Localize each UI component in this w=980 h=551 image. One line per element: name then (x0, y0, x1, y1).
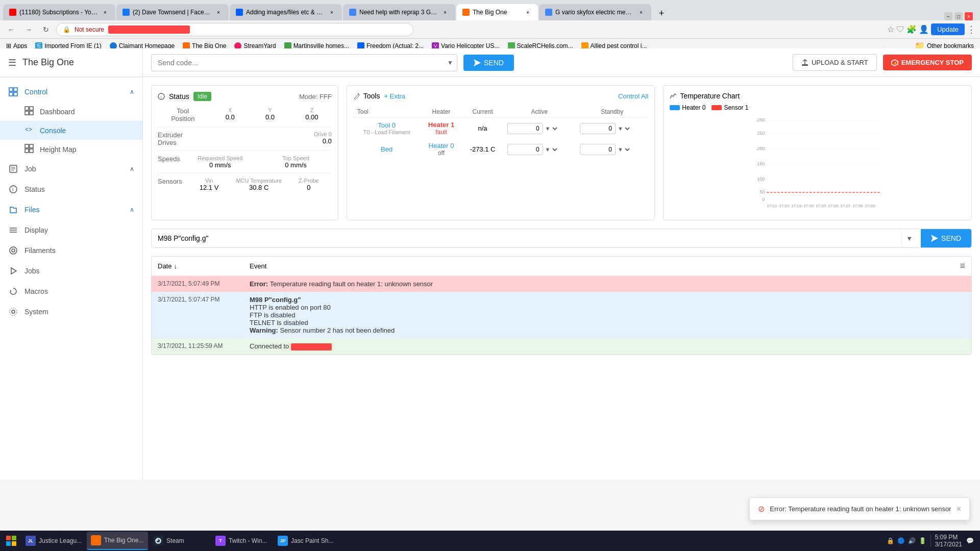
send-code-dropdown-icon[interactable]: ▼ (447, 59, 453, 66)
bed-standby-dropdown[interactable]: ▼ (616, 146, 631, 153)
sidebar-item-job[interactable]: Job ∧ (0, 159, 142, 179)
tab-favicon-reprap (349, 9, 356, 16)
hamburger-menu-icon[interactable]: ☰ (8, 57, 16, 68)
sort-arrow-icon: ↓ (174, 262, 177, 270)
bed-active-dropdown[interactable]: ▼ (543, 146, 559, 153)
taskbar-item-twitch[interactable]: T Twitch - Win... (211, 532, 273, 550)
bed-heater-status: off (425, 149, 458, 157)
sidebar-item-console[interactable]: <> Console (0, 121, 142, 140)
audio-icon[interactable]: 🔊 (908, 537, 916, 544)
svg-point-26 (12, 310, 15, 313)
send-code-input[interactable] (151, 54, 457, 71)
console-send-button[interactable]: SEND (921, 229, 971, 247)
forward-button[interactable]: → (21, 22, 36, 37)
tool0-active-dropdown[interactable]: ▼ (543, 125, 559, 132)
sidebar-item-dashboard[interactable]: Dashboard (0, 102, 142, 121)
console-dropdown-button[interactable]: ▼ (901, 230, 917, 247)
maximize-button[interactable]: □ (954, 12, 963, 20)
legend-sensor1-color (712, 105, 722, 110)
bed-active-input[interactable] (507, 144, 543, 155)
new-tab-button[interactable]: + (654, 6, 669, 20)
svg-text:280: 280 (757, 117, 765, 122)
back-button[interactable]: ← (4, 22, 18, 37)
account-icon[interactable]: 👤 (919, 24, 929, 34)
extra-link[interactable]: + Extra (384, 92, 405, 100)
tab-title-bigone: The Big One (473, 9, 521, 16)
tab-youtube[interactable]: (11180) Subscriptions - YouT... × (3, 4, 115, 20)
start-button[interactable] (2, 532, 20, 550)
justice-league-icon: JL (26, 536, 36, 546)
info-line-2: HTTP is enabled on port 80 (250, 304, 965, 311)
close-button[interactable]: × (965, 12, 973, 20)
sidebar-item-display[interactable]: Display (0, 220, 142, 240)
tab-adding[interactable]: Adding images/files etc & ma... × (230, 4, 342, 20)
upload-button[interactable]: UPLOAD & START (793, 54, 877, 71)
bed-link[interactable]: Bed (357, 145, 416, 153)
toast-close-button[interactable]: × (957, 505, 961, 514)
emergency-stop-button[interactable]: ⚡ EMERGENCY STOP (883, 55, 972, 70)
bookmark-star-icon[interactable]: ☆ (887, 24, 894, 34)
col-tool-header: Tool (353, 106, 421, 118)
sidebar-item-control[interactable]: Control ∧ (0, 82, 142, 102)
tab-close-adding[interactable]: × (328, 8, 336, 16)
tab-close-bigone[interactable]: × (524, 8, 532, 16)
temperature-chart-svg: 280 250 200 150 100 50 0 (670, 115, 965, 212)
network-icon[interactable]: 🔒 (887, 537, 894, 544)
tab-close-youtube[interactable]: × (101, 8, 109, 16)
tab-facebook[interactable]: (2) Dave Townsend | Faceboo... × (116, 4, 229, 20)
tool0-heater-link[interactable]: Heater 1 (425, 121, 458, 129)
event-row-info: 3/17/2021, 5:07:47 PM M98 P"config.g" HT… (152, 292, 971, 338)
topbar-send-button[interactable]: SEND (463, 55, 514, 71)
tab-favicon-vario (545, 9, 552, 16)
taskbar-item-bigone[interactable]: The Big One... (87, 532, 148, 550)
date-sort-button[interactable]: Date ↓ (158, 262, 250, 270)
sidebar-item-status[interactable]: i Status (0, 179, 142, 199)
sidebar-item-system[interactable]: System (0, 302, 142, 322)
tab-close-vario[interactable]: × (637, 8, 645, 16)
extensions-icon[interactable]: 🛡 (896, 25, 904, 34)
battery-icon[interactable]: 🔋 (919, 537, 926, 544)
sidebar-item-jobs[interactable]: Jobs (0, 261, 142, 281)
tool0-link[interactable]: Tool 0 (357, 121, 416, 129)
taskbar-item-justiceleague[interactable]: JL Justice Leagu... (21, 532, 86, 550)
tab-vario[interactable]: G vario skyfox electric mechani... × (539, 4, 651, 20)
menu-icon[interactable]: ⋮ (967, 24, 976, 35)
tool0-standby-dropdown[interactable]: ▼ (616, 125, 631, 132)
chrome-tray-icon[interactable]: 🔵 (897, 537, 905, 544)
tool0-standby-input[interactable] (580, 123, 616, 134)
send-code-container: ▼ (151, 54, 457, 71)
control-label: Control (24, 88, 124, 96)
control-all-link[interactable]: Control All (618, 92, 648, 100)
puzzle-icon[interactable]: 🧩 (906, 24, 917, 34)
update-button[interactable]: Update (931, 23, 965, 35)
svg-point-23 (12, 249, 15, 252)
tab-bigone[interactable]: The Big One × (456, 4, 538, 20)
steam-icon (153, 536, 163, 546)
address-bar[interactable]: 🔒 Not secure (56, 23, 413, 36)
sidebar-item-files[interactable]: Files ∧ (0, 199, 142, 220)
event-log-menu-icon[interactable]: ≡ (960, 261, 965, 271)
svg-text:i: i (12, 186, 13, 192)
sidebar-item-macros[interactable]: Macros (0, 281, 142, 302)
taskbar-jascpaint-label: Jasc Paint Sh... (291, 537, 333, 544)
taskbar-item-jascp[interactable]: JP Jasc Paint Sh... (274, 532, 337, 550)
tab-close-facebook[interactable]: × (214, 8, 223, 16)
tab-close-reprap[interactable]: × (441, 8, 449, 16)
taskbar-item-steam[interactable]: Steam (149, 532, 210, 550)
bed-standby-input[interactable] (580, 144, 616, 155)
status-panel-header: i Status Idle Mode: FFF (158, 92, 332, 101)
reload-button[interactable]: ↻ (39, 22, 53, 37)
sidebar-item-heightmap[interactable]: Height Map (0, 140, 142, 159)
tab-reprap[interactable]: Need help with reprap 3 Gco... × (343, 4, 455, 20)
bed-heater-link[interactable]: Heater 0 (425, 142, 458, 149)
sidebar-item-filaments[interactable]: Filaments (0, 240, 142, 261)
minimize-button[interactable]: − (944, 12, 952, 20)
files-icon (8, 205, 18, 215)
console-input-field[interactable] (152, 229, 897, 247)
notification-icon[interactable]: 💬 (966, 537, 974, 544)
console-input-row: ▼ SEND (151, 229, 972, 248)
jobs-label: Jobs (24, 267, 134, 275)
svg-rect-11 (25, 149, 29, 153)
tool0-active-input[interactable] (507, 123, 543, 134)
bed-name-cell: Bed (353, 139, 421, 160)
